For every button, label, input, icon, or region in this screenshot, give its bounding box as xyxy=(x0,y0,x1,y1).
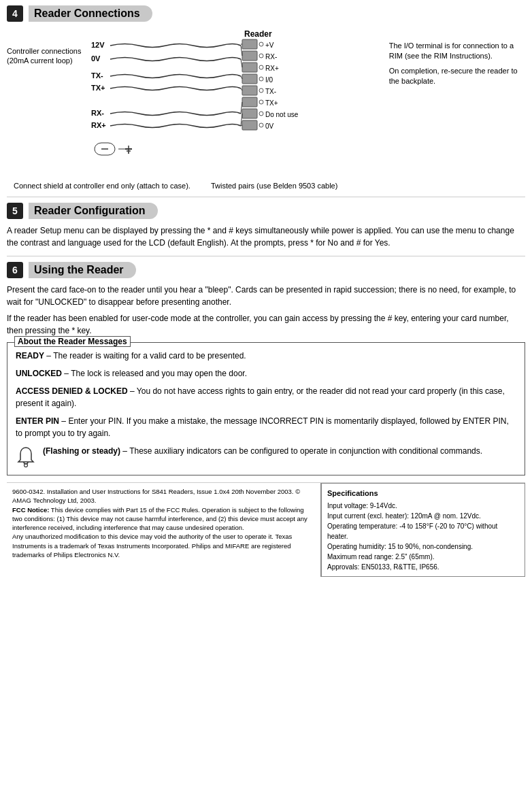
section-6-intro2: If the reader has been enabled for user-… xyxy=(7,312,525,337)
specs-title: Specifications xyxy=(327,488,519,499)
message-denied-key: ACCESS DENIED & LOCKED xyxy=(16,386,128,396)
bell-text: (Flashing or steady) – These auxiliary i… xyxy=(43,445,482,457)
svg-rect-27 xyxy=(242,97,257,107)
svg-text:RX-: RX- xyxy=(265,53,277,61)
controller-labels: Controller connections (20mA current loo… xyxy=(7,27,91,70)
section-5-number: 5 xyxy=(7,203,23,219)
svg-text:12V: 12V xyxy=(91,41,105,49)
spec-line-2: Input current (excl. heater): 120mA @ no… xyxy=(327,511,519,521)
message-unlocked-sep: – xyxy=(64,369,71,378)
controller-connections-label: Controller connections (20mA current loo… xyxy=(7,46,91,66)
resecure-text: On completion, re-secure the reader to t… xyxy=(389,66,525,87)
footer-legal: 9600-0342. Installation and User Instruc… xyxy=(7,483,321,577)
svg-rect-23 xyxy=(242,86,257,95)
message-ready-key: READY xyxy=(16,351,44,361)
section-4-title-box: Reader Connections xyxy=(29,5,152,22)
spec-line-1: Input voltage: 9-14Vdc. xyxy=(327,501,519,511)
svg-text:Reader: Reader xyxy=(244,29,272,39)
svg-text:0V: 0V xyxy=(91,54,101,63)
svg-point-36 xyxy=(259,123,263,127)
svg-point-16 xyxy=(259,65,263,69)
page: 4 Reader Connections Controller connecti… xyxy=(0,0,532,582)
spec-line-4: Operating humidity: 15 to 90%, non-conde… xyxy=(327,541,519,552)
wiring-diagram: 12V 0V TX- TX+ RX- RX+ xyxy=(91,27,384,179)
section-6-title-box: Using the Reader xyxy=(29,262,136,278)
svg-rect-35 xyxy=(242,120,257,130)
shield-note: Connect shield at controller end only (a… xyxy=(14,182,190,190)
section-4-title: Reader Connections xyxy=(34,7,140,20)
svg-text:RX+: RX+ xyxy=(265,65,279,72)
footer-legal-text: 9600-0342. Installation and User Instruc… xyxy=(12,488,300,504)
bell-row: (Flashing or steady) – These auxiliary i… xyxy=(16,445,516,468)
section-5-title-box: Reader Configuration xyxy=(29,203,158,219)
svg-text:TX-: TX- xyxy=(91,71,103,80)
svg-point-8 xyxy=(259,42,263,46)
message-pin-key: ENTER PIN xyxy=(16,416,59,426)
section-4-number: 4 xyxy=(7,5,23,22)
message-denied-sep: – xyxy=(130,386,137,396)
connections-right-info: The I/O terminal is for connection to a … xyxy=(389,27,525,87)
svg-rect-11 xyxy=(242,51,257,61)
message-ready-text: The reader is waiting for a valid card t… xyxy=(53,351,246,361)
svg-text:TX+: TX+ xyxy=(91,84,105,92)
message-unlocked-key: UNLOCKED xyxy=(16,369,62,378)
svg-rect-7 xyxy=(242,39,257,49)
svg-text:Do not use: Do not use xyxy=(265,111,299,118)
svg-text:0V: 0V xyxy=(265,122,274,130)
bell-indicator-icon xyxy=(16,445,36,468)
message-unlocked: UNLOCKED – The lock is released and you … xyxy=(16,367,516,380)
svg-point-24 xyxy=(259,88,263,93)
section-5-header: 5 Reader Configuration xyxy=(7,203,525,219)
svg-text:I/0: I/0 xyxy=(265,76,273,84)
message-enter-pin: ENTER PIN – Enter your PIN. If you make … xyxy=(16,415,516,439)
svg-text:TX-: TX- xyxy=(265,88,276,95)
svg-text:RX+: RX+ xyxy=(91,121,106,129)
message-access-denied: ACCESS DENIED & LOCKED – You do not have… xyxy=(16,385,516,410)
section-6-title: Using the Reader xyxy=(34,264,124,276)
message-pin-sep: – xyxy=(61,416,68,426)
footer-fcc-text: FCC Notice: This device complies with Pa… xyxy=(12,506,307,532)
messages-box-title: About the Reader Messages xyxy=(14,336,131,347)
spec-line-6: Approvals: EN50133, R&TTE, IP656. xyxy=(327,562,519,572)
section-5: 5 Reader Configuration A reader Setup me… xyxy=(7,203,525,249)
section-6-number: 6 xyxy=(7,262,23,278)
spec-line-5: Maximum read range: 2.5" (65mm). xyxy=(327,552,519,562)
svg-rect-19 xyxy=(242,74,257,84)
section-5-body: A reader Setup menu can be displayed by … xyxy=(7,224,525,249)
svg-text:TX+: TX+ xyxy=(265,99,278,107)
section-6: 6 Using the Reader Present the card face… xyxy=(7,262,525,475)
messages-box: About the Reader Messages READY – The re… xyxy=(7,342,525,475)
divider-1 xyxy=(7,197,525,197)
message-ready-sep: – xyxy=(46,351,53,361)
spec-line-3: Operating temperature: -4 to 158°F (-20 … xyxy=(327,521,519,541)
svg-rect-15 xyxy=(242,63,257,72)
message-ready: READY – The reader is waiting for a vali… xyxy=(16,350,516,362)
bell-text-key: (Flashing or steady) xyxy=(43,446,120,456)
twisted-note: Twisted pairs (use Belden 9503 cable) xyxy=(211,182,338,190)
section-6-intro1: Present the card face-on to the reader u… xyxy=(7,284,525,308)
svg-text:RX-: RX- xyxy=(91,109,104,117)
divider-2 xyxy=(7,256,525,256)
svg-point-20 xyxy=(259,77,263,81)
footer: 9600-0342. Installation and User Instruc… xyxy=(7,482,525,577)
message-pin-text: Enter your PIN. If you make a mistake, t… xyxy=(16,416,509,438)
svg-point-32 xyxy=(259,112,263,116)
svg-text:+V: +V xyxy=(265,41,274,49)
message-unlocked-text: The lock is released and you may open th… xyxy=(71,369,247,378)
rim-info-text: The I/O terminal is for connection to a … xyxy=(389,41,525,62)
section-4: 4 Reader Connections Controller connecti… xyxy=(7,5,525,190)
svg-point-12 xyxy=(259,54,263,58)
section-6-header: 6 Using the Reader xyxy=(7,262,525,278)
footer-trademark-text: Any unauthorized modification to this de… xyxy=(12,533,292,558)
svg-rect-31 xyxy=(242,109,257,118)
footer-specs: Specifications Input voltage: 9-14Vdc. I… xyxy=(321,483,525,577)
bell-text-body: – These auxiliary indicators can be conf… xyxy=(120,446,482,456)
section-5-title: Reader Configuration xyxy=(34,205,146,217)
diagram-bottom-notes: Connect shield at controller end only (a… xyxy=(14,182,525,190)
svg-point-28 xyxy=(259,100,263,104)
section-4-header: 4 Reader Connections xyxy=(7,5,525,22)
